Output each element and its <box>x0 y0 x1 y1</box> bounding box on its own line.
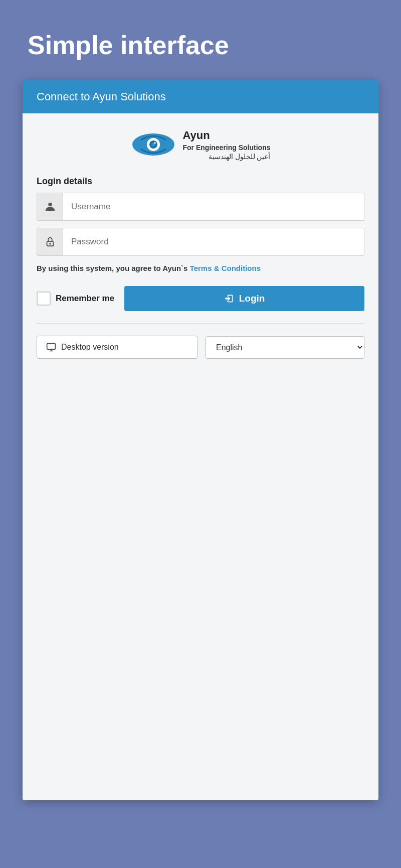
terms-text: By using this system, you agree to Ayun`… <box>37 263 364 274</box>
remember-me-label: Remember me <box>56 294 114 304</box>
company-name: Ayun <box>183 128 271 143</box>
login-icon <box>224 294 234 304</box>
svg-point-7 <box>50 243 51 244</box>
language-select[interactable]: English Arabic <box>206 336 364 359</box>
username-input[interactable] <box>63 195 364 219</box>
login-card: Connect to Ayun Solutions Ayun For Engin… <box>23 80 378 800</box>
remember-me-checkbox[interactable] <box>37 292 51 306</box>
username-input-group <box>37 193 364 221</box>
logo-area: Ayun For Engineering Solutions أعين للحل… <box>37 128 364 161</box>
card-body: Ayun For Engineering Solutions أعين للحل… <box>23 113 378 800</box>
footer-row: Desktop version English Arabic <box>37 336 364 359</box>
svg-point-4 <box>154 142 156 144</box>
remember-me-group: Remember me <box>37 292 114 306</box>
card-spacer <box>37 359 364 780</box>
divider <box>37 323 364 324</box>
login-button[interactable]: Login <box>124 286 364 311</box>
bottom-row: Remember me Login <box>37 286 364 311</box>
monitor-icon <box>46 342 56 352</box>
user-icon <box>37 193 63 220</box>
terms-link[interactable]: Terms & Conditions <box>190 264 261 272</box>
login-details-label: Login details <box>37 176 364 187</box>
password-input[interactable] <box>63 230 364 254</box>
page-title: Simple interface <box>0 0 401 75</box>
lock-icon <box>37 228 63 255</box>
card-header: Connect to Ayun Solutions <box>23 80 378 113</box>
svg-point-5 <box>48 203 52 206</box>
desktop-version-button[interactable]: Desktop version <box>37 336 197 359</box>
tagline-ar: أعين للحلول الهندسية <box>183 152 271 161</box>
password-input-group <box>37 228 364 256</box>
company-logo-icon <box>131 131 176 159</box>
tagline-en: For Engineering Solutions <box>183 143 271 152</box>
logo-text: Ayun For Engineering Solutions أعين للحل… <box>183 128 271 161</box>
svg-rect-8 <box>47 344 56 350</box>
